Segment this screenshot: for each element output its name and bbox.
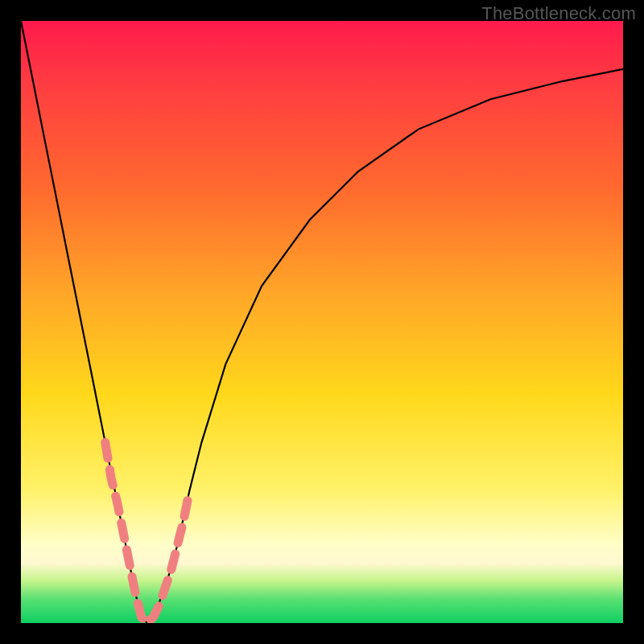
curve-layer: [21, 21, 623, 623]
plot-area: [21, 21, 623, 623]
chart-frame: TheBottleneck.com: [0, 0, 644, 644]
highlight-near-minimum: [105, 443, 190, 623]
bottleneck-curve: [21, 21, 623, 623]
